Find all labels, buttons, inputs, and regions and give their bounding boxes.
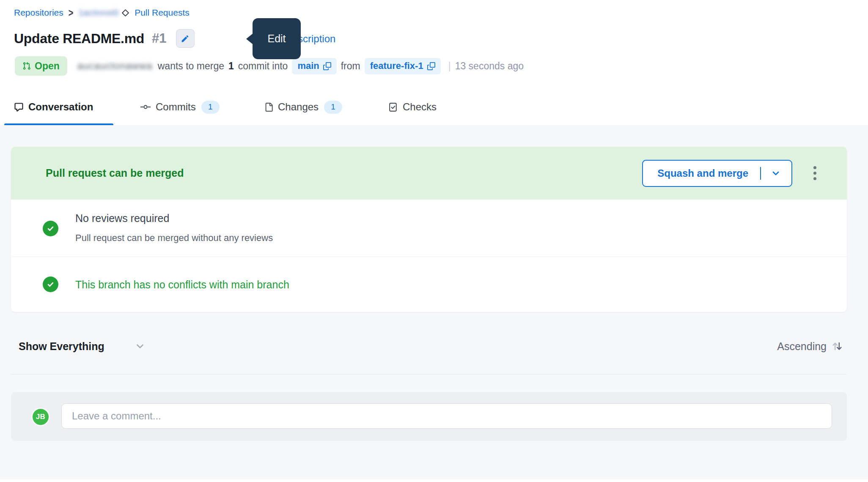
sort-arrows-icon <box>831 340 843 353</box>
commit-icon <box>140 103 151 111</box>
comment-input[interactable] <box>61 403 832 429</box>
base-branch-name: main <box>297 60 319 71</box>
merge-button-label: Squash and merge <box>643 167 748 179</box>
commits-count-badge: 1 <box>201 101 220 114</box>
head-branch-name: feature-fix-1 <box>370 60 423 71</box>
meta-divider: | <box>448 60 451 72</box>
pr-header: Update README.md #1 <box>14 29 195 48</box>
check-circle-icon <box>43 221 58 236</box>
base-branch-badge[interactable]: main <box>292 58 336 74</box>
tab-changes[interactable]: Changes 1 <box>264 90 342 124</box>
avatar: JB <box>31 408 50 426</box>
review-check-row: No reviews required Pull request can be … <box>11 200 847 257</box>
copy-icon[interactable] <box>323 62 331 70</box>
merge-banner-title: Pull request can be merged <box>46 167 184 179</box>
edit-tooltip: Edit <box>253 18 301 59</box>
merge-panel: Pull request can be merged Squash and me… <box>11 147 847 312</box>
pr-title: Update README.md <box>14 31 144 47</box>
edit-title-button[interactable] <box>176 29 195 48</box>
tab-conversation[interactable]: Conversation <box>14 90 93 124</box>
timeline-divider <box>11 374 847 375</box>
tab-label: Checks <box>403 101 437 113</box>
breadcrumb-pull-requests-link[interactable]: Pull Requests <box>135 8 190 18</box>
merge-text-1: wants to merge <box>158 60 224 72</box>
copy-icon[interactable] <box>427 62 435 70</box>
comment-box: JB <box>11 392 847 441</box>
changes-count-badge: 1 <box>324 101 342 114</box>
breadcrumb-separator: > <box>69 7 74 19</box>
pull-request-icon <box>22 62 31 70</box>
merge-text-2: commit into <box>238 60 288 72</box>
pr-number: #1 <box>152 31 166 46</box>
squash-and-merge-button[interactable]: Squash and merge <box>642 160 792 187</box>
sort-label: Ascending <box>777 340 827 353</box>
commit-count: 1 <box>228 60 234 72</box>
tab-commits[interactable]: Commits 1 <box>140 90 220 124</box>
review-check-title: No reviews required <box>75 212 169 225</box>
merge-banner: Pull request can be merged Squash and me… <box>11 147 847 200</box>
conflict-check-row: This branch has no conflicts with main b… <box>11 257 847 312</box>
pencil-icon <box>181 34 190 43</box>
breadcrumb-repositories-link[interactable]: Repositories <box>14 8 63 18</box>
head-branch-badge[interactable]: feature-fix-1 <box>365 58 441 74</box>
status-badge-label: Open <box>35 60 60 72</box>
file-icon <box>264 102 273 112</box>
breadcrumb-repo-link-redacted[interactable]: 1actnnst0 <box>78 8 119 18</box>
timeline-sort-toggle[interactable]: Ascending <box>777 336 843 356</box>
merge-text-from: from <box>341 60 360 72</box>
pr-tabs-bar: Conversation Commits 1 Changes 1 Checks <box>0 90 868 126</box>
tab-label: Conversation <box>28 101 93 113</box>
tab-checks[interactable]: Checks <box>388 90 437 124</box>
chevron-down-icon <box>135 341 145 351</box>
created-timestamp: 13 seconds ago <box>455 60 524 72</box>
edit-tooltip-label: Edit <box>267 33 286 45</box>
tab-label: Changes <box>278 101 319 113</box>
comment-bubble-icon <box>14 102 24 112</box>
timeline-filter-dropdown[interactable]: Show Everything <box>19 336 145 356</box>
tab-label: Commits <box>156 101 196 113</box>
conflict-check-text: This branch has no conflicts with main b… <box>75 279 289 291</box>
merge-options-chevron-icon[interactable] <box>771 169 791 178</box>
author-name-redacted: aucauctonawwa <box>77 60 153 72</box>
repo-visibility-diamond-icon <box>121 9 129 17</box>
status-badge: Open <box>15 56 67 76</box>
breadcrumb: Repositories > 1actnnst0 Pull Requests <box>14 6 190 19</box>
checklist-icon <box>388 102 398 112</box>
merge-more-options-kebab[interactable] <box>811 164 819 183</box>
check-circle-icon <box>43 277 58 292</box>
button-divider <box>760 167 761 180</box>
filter-label: Show Everything <box>19 340 104 353</box>
edit-description-link-partial[interactable]: scription <box>298 33 335 45</box>
review-check-subtitle: Pull request can be merged without any r… <box>75 233 273 244</box>
